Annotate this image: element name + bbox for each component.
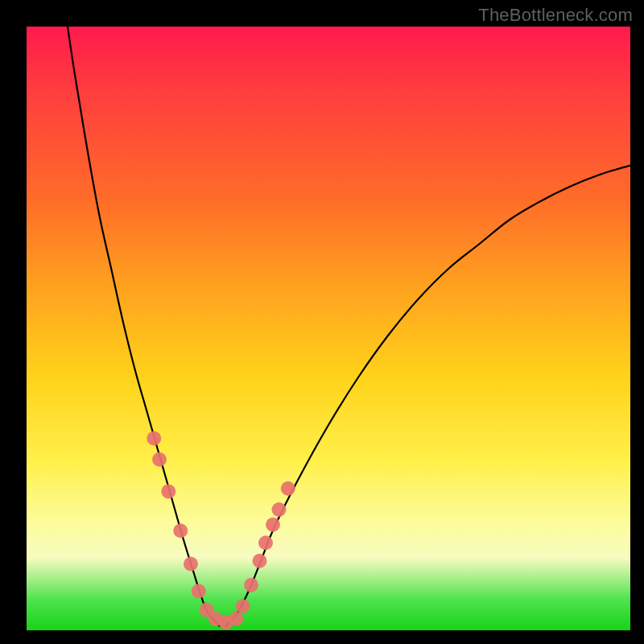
- right-curve: [226, 166, 631, 626]
- highlight-dot: [253, 554, 267, 568]
- highlight-dot: [184, 557, 198, 572]
- highlight-dot: [244, 578, 258, 592]
- curve-layer: [27, 27, 630, 630]
- chart-frame: TheBottleneck.com: [0, 0, 644, 644]
- highlight-dot: [161, 485, 175, 499]
- highlight-dot: [266, 518, 280, 532]
- highlight-dot: [229, 612, 243, 626]
- left-curve: [68, 27, 220, 626]
- marker-group: [147, 431, 295, 630]
- highlight-dot: [147, 431, 161, 446]
- highlight-dot: [236, 599, 250, 613]
- highlight-dot: [152, 452, 167, 467]
- plot-area: [27, 27, 630, 630]
- highlight-dot: [173, 523, 188, 538]
- watermark-text: TheBottleneck.com: [478, 5, 633, 26]
- highlight-dot: [192, 584, 206, 598]
- curve-group: [68, 27, 630, 626]
- highlight-dot: [258, 535, 273, 550]
- highlight-dot: [272, 502, 287, 517]
- highlight-dot: [281, 481, 295, 496]
